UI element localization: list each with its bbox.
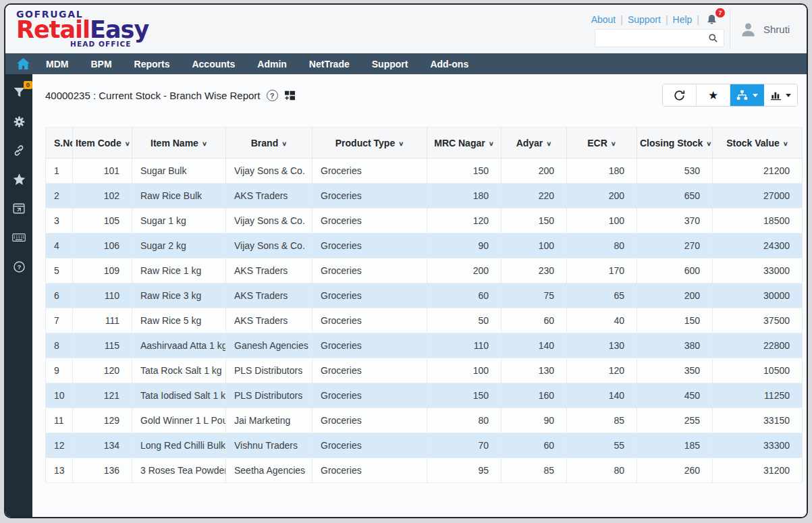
table-cell: 60 [502, 308, 567, 333]
app-header: GOFRUGAL RetailEasy HEAD OFFICE About|Su… [5, 5, 807, 53]
user-menu[interactable]: Shruti [730, 9, 807, 49]
nav-item-mdm[interactable]: MDM [46, 59, 68, 70]
open-window-button[interactable] [12, 202, 26, 215]
table-cell: Jai Marketing [226, 408, 313, 433]
table-cell: 80 [567, 233, 637, 258]
chart-view-button[interactable] [764, 84, 797, 106]
nav-menu: MDMBPMReportsAccountsAdminNetTradeSuppor… [30, 59, 468, 70]
search-icon[interactable] [708, 33, 718, 43]
table-cell: 65 [567, 283, 637, 308]
nav-item-accounts[interactable]: Accounts [192, 59, 235, 70]
table-cell: 11250 [713, 383, 803, 408]
table-cell: 33000 [713, 258, 803, 283]
header-link-help[interactable]: Help [673, 14, 693, 25]
stock-report-table: S.NoItem Code∨Item Name∨Brand∨Product Ty… [45, 127, 803, 483]
table-cell: 170 [567, 258, 637, 283]
column-header-ecr[interactable]: ECR∨ [567, 128, 637, 159]
table-cell: 110 [427, 333, 502, 358]
column-header-s-no[interactable]: S.No [46, 128, 73, 159]
filter-badge: 0 [24, 81, 32, 89]
table-cell: Groceries [313, 209, 427, 233]
table-cell: Groceries [313, 258, 427, 283]
column-header-product-type[interactable]: Product Type∨ [313, 128, 427, 159]
table-cell: 1 [46, 159, 73, 184]
table-cell: 150 [637, 308, 713, 333]
refresh-button[interactable] [663, 84, 697, 106]
column-header-mrc-nagar[interactable]: MRC Nagar∨ [427, 128, 502, 159]
sort-caret-icon: ∨ [202, 140, 207, 147]
table-cell: Vijay Sons & Co. [226, 209, 313, 233]
table-cell: 109 [73, 258, 132, 283]
table-cell: 37500 [713, 308, 803, 333]
table-cell: 106 [73, 233, 132, 258]
column-header-brand[interactable]: Brand∨ [226, 128, 313, 159]
favorite-button[interactable]: ★ [697, 84, 730, 106]
table-cell: AKS Traders [226, 308, 313, 333]
settings-button[interactable] [12, 115, 26, 128]
nav-item-bpm[interactable]: BPM [90, 59, 111, 70]
table-cell: 7 [46, 308, 73, 333]
table-row: 5109Raw Rice 1 kgAKS TradersGroceries200… [46, 258, 803, 283]
column-header-item-name[interactable]: Item Name∨ [132, 128, 226, 159]
table-cell: 200 [567, 184, 637, 209]
notifications-button[interactable]: 7 [706, 13, 718, 26]
table-cell: Groceries [313, 233, 427, 258]
svg-text:?: ? [17, 263, 21, 270]
nav-item-add-ons[interactable]: Add-ons [430, 59, 468, 70]
table-cell: 100 [427, 358, 502, 383]
nav-item-admin[interactable]: Admin [257, 59, 287, 70]
search-input[interactable] [595, 33, 708, 43]
table-cell: Sugar 1 kg [132, 209, 226, 233]
nav-item-support[interactable]: Support [372, 59, 408, 70]
table-row: 8115Aashirvaad Atta 1 kgGanesh AgenciesG… [46, 333, 803, 358]
app-window: GOFRUGAL RetailEasy HEAD OFFICE About|Su… [4, 3, 808, 518]
table-cell: Groceries [313, 184, 427, 209]
table-cell: 180 [567, 159, 637, 184]
table-row: 4106Sugar 2 kgVijay Sons & Co.Groceries9… [46, 233, 803, 258]
sort-caret-icon: ∨ [489, 140, 494, 147]
nav-item-nettrade[interactable]: NetTrade [309, 59, 350, 70]
app-logo[interactable]: GOFRUGAL RetailEasy HEAD OFFICE [16, 9, 148, 48]
column-header-adyar[interactable]: Adyar∨ [502, 128, 567, 159]
table-cell: Gold Winner 1 L Pouch [132, 408, 226, 433]
header-link-about[interactable]: About [591, 14, 616, 25]
table-cell: 255 [637, 408, 713, 433]
report-help-icon[interactable]: ? [267, 90, 278, 101]
table-cell: 60 [502, 433, 567, 458]
table-cell: 134 [73, 433, 132, 458]
table-cell: 260 [637, 458, 713, 483]
tiles-plus-button[interactable] [284, 90, 296, 101]
table-cell: 30000 [713, 283, 803, 308]
link-icon [13, 144, 25, 157]
header-search [595, 29, 724, 47]
column-header-item-code[interactable]: Item Code∨ [73, 128, 132, 159]
home-button[interactable] [17, 58, 30, 70]
table-cell: Sugar Bulk [132, 159, 226, 184]
table-cell: 160 [502, 383, 567, 408]
header-link-support[interactable]: Support [628, 14, 661, 25]
hierarchy-view-button[interactable] [730, 84, 764, 106]
tiles-plus-icon [284, 90, 296, 101]
column-header-stock-value[interactable]: Stock Value∨ [713, 128, 803, 159]
table-cell: 8 [46, 333, 73, 358]
column-header-closing-stock[interactable]: Closing Stock∨ [637, 128, 713, 159]
favorites-button[interactable] [12, 173, 26, 186]
table-cell: 33300 [713, 433, 803, 458]
table-cell: Groceries [313, 383, 427, 408]
table-body: 1101Sugar BulkVijay Sons & Co.Groceries1… [46, 159, 803, 483]
table-cell: 50 [427, 308, 502, 333]
table-cell: Groceries [313, 358, 427, 383]
links-button[interactable] [12, 144, 26, 157]
table-row: 10121Tata Iodised Salt 1 kgPLS Distribut… [46, 383, 803, 408]
nav-item-reports[interactable]: Reports [134, 59, 170, 70]
left-sidebar: 0 ? [5, 74, 32, 517]
table-cell: Vijay Sons & Co. [226, 159, 313, 184]
table-cell: 100 [567, 209, 637, 233]
table-cell: 350 [637, 358, 713, 383]
filter-button[interactable]: 0 [12, 86, 26, 99]
table-row: 6110Raw Rice 3 kgAKS TradersGroceries607… [46, 283, 803, 308]
table-cell: 185 [637, 433, 713, 458]
help-button[interactable]: ? [12, 260, 26, 273]
keyboard-button[interactable] [12, 231, 26, 244]
table-cell: 136 [73, 458, 132, 483]
